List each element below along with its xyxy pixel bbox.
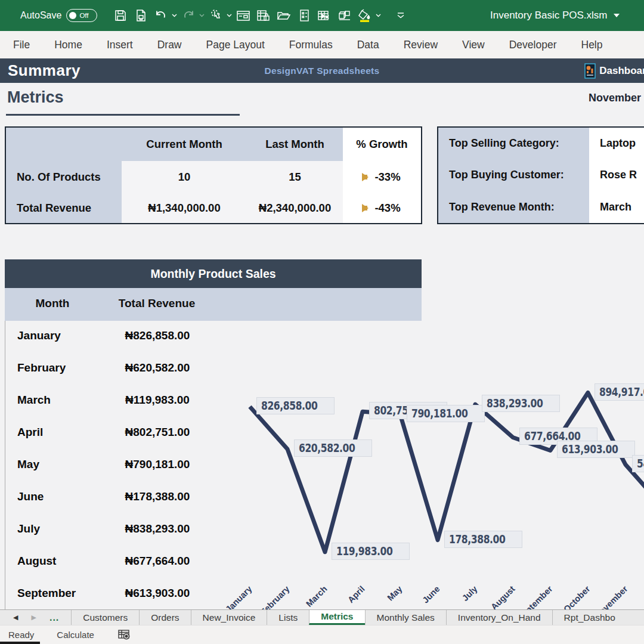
chart-data-label: 178,388.00 — [444, 531, 522, 548]
sheet-tab-monthly-sales[interactable]: Monthly Sales — [365, 610, 446, 625]
fill-color-dropdown-icon[interactable] — [375, 14, 381, 17]
tab-insert[interactable]: Insert — [107, 39, 133, 51]
sheet-tab-inventory-on-hand[interactable]: Inventory_On_Hand — [446, 610, 552, 625]
fill-color-icon[interactable] — [356, 7, 374, 24]
tab-draw[interactable]: Draw — [157, 39, 182, 51]
tab-developer[interactable]: Developer — [509, 39, 557, 51]
status-ready: Ready — [8, 630, 34, 640]
redo-dropdown-icon — [199, 14, 205, 17]
document-title-dropdown-icon[interactable] — [614, 14, 620, 18]
tab-help[interactable]: Help — [581, 39, 603, 51]
sheet-tab-rpt-dashboard[interactable]: Rpt_Dashbo — [552, 610, 627, 625]
redo-icon — [179, 7, 197, 24]
next-sheet-icon: ▶ — [31, 614, 36, 621]
title-bar: AutoSave Off — [0, 0, 644, 31]
properties-icon[interactable] — [295, 7, 313, 24]
chart-data-label: 119,983.00 — [332, 543, 410, 560]
sheet-header-band: Summary DesignVAT Spreadsheets Dashboard — [0, 58, 644, 83]
tab-home[interactable]: Home — [54, 39, 82, 51]
chart-data-label: 790,181.00 — [407, 405, 485, 422]
status-bar: Ready Calculate — [0, 625, 644, 644]
tab-review[interactable]: Review — [404, 39, 438, 51]
brand-text: DesignVAT Spreadsheets — [0, 66, 644, 76]
ribbon-tab-bar: File Home Insert Draw Page Layout Formul… — [0, 31, 644, 58]
quick-access-toolbar — [112, 7, 410, 24]
autosave-state: Off — [79, 12, 88, 19]
autosave-knob-icon — [69, 12, 76, 19]
chart-data-label: 838,293.00 — [482, 395, 560, 412]
sheet-tab-orders[interactable]: Orders — [139, 610, 190, 625]
tab-file[interactable]: File — [13, 39, 30, 51]
revenue-line-chart[interactable] — [0, 83, 644, 609]
form-icon[interactable] — [234, 7, 252, 24]
print-preview-icon[interactable] — [132, 7, 150, 24]
excel-window: AutoSave Off — [0, 0, 644, 644]
tab-data[interactable]: Data — [357, 39, 379, 51]
customize-qat-icon[interactable] — [392, 7, 410, 24]
macro-record-icon[interactable] — [118, 630, 131, 640]
sheet-nav: ◀ ▶ ... — [0, 610, 71, 625]
undo-dropdown-icon[interactable] — [171, 14, 177, 17]
more-sheets-button[interactable]: ... — [49, 612, 63, 623]
open-folder-icon[interactable] — [275, 7, 293, 24]
macro-package-icon[interactable] — [336, 7, 354, 24]
autosave-switch[interactable]: Off — [66, 9, 97, 22]
touch-mode-icon[interactable] — [207, 7, 225, 24]
status-accent-bar — [0, 642, 40, 644]
document-title-text: Inventory Basic POS.xlsm — [490, 10, 608, 21]
worksheet-area: Metrics November Current Month Last Mont… — [0, 83, 644, 609]
autosave-toggle[interactable]: AutoSave Off — [20, 9, 97, 22]
protect-sheet-icon[interactable] — [255, 7, 273, 24]
sheet-tab-bar: ◀ ▶ ... Customers Orders New_Invoice Lis… — [0, 609, 644, 625]
sheet-tab-lists[interactable]: Lists — [267, 610, 309, 625]
status-calculate[interactable]: Calculate — [57, 630, 94, 640]
dashboard-icon — [584, 63, 596, 79]
chart-data-label: 826,858.00 — [256, 397, 335, 414]
undo-icon[interactable] — [152, 7, 170, 24]
chart-data-label: 54 — [632, 455, 644, 472]
delete-table-icon[interactable] — [315, 7, 333, 24]
chart-data-label: 613,903.00 — [557, 441, 635, 458]
save-icon[interactable] — [112, 7, 129, 24]
autosave-label: AutoSave — [20, 10, 61, 21]
chart-data-label: 894,917.00 — [595, 383, 644, 401]
tab-view[interactable]: View — [462, 39, 485, 51]
prev-sheet-icon[interactable]: ◀ — [13, 614, 18, 621]
sheet-tab-new-invoice[interactable]: New_Invoice — [191, 610, 267, 625]
document-title[interactable]: Inventory Basic POS.xlsm — [490, 0, 620, 31]
sheet-tab-customers[interactable]: Customers — [71, 610, 139, 625]
tab-formulas[interactable]: Formulas — [289, 39, 333, 51]
chart-data-label: 620,582.00 — [294, 439, 372, 457]
tab-page-layout[interactable]: Page Layout — [206, 39, 265, 51]
touch-mode-dropdown-icon[interactable] — [226, 14, 232, 17]
dashboard-button[interactable]: Dashboard — [584, 63, 644, 79]
dashboard-label: Dashboard — [599, 65, 644, 77]
sheet-tab-metrics[interactable]: Metrics — [309, 610, 364, 625]
